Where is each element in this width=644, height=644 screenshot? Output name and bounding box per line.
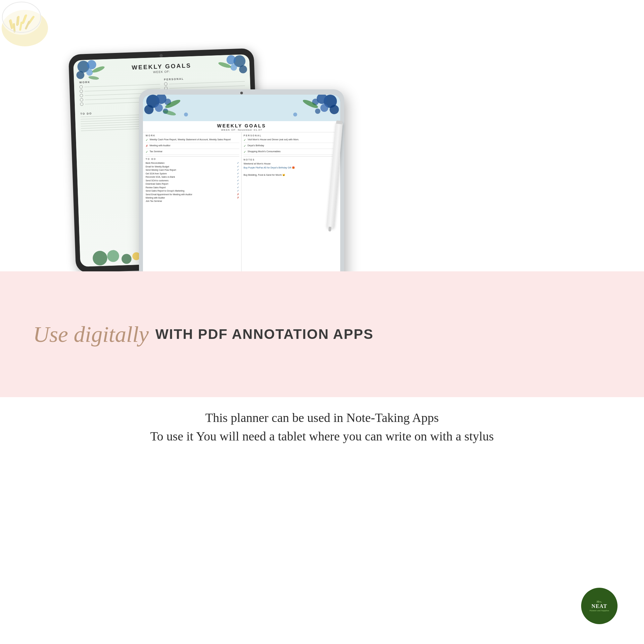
todo-3-text: Send Weekly Cash Flow Report bbox=[146, 169, 176, 171]
pencil-top bbox=[336, 120, 343, 124]
logo-neat-text: NEAT bbox=[591, 603, 607, 609]
x-mark-1: ✗ bbox=[146, 144, 148, 148]
todo-10: Send Email Appointment for Meeting with … bbox=[146, 193, 239, 196]
notes-section: NOTES Weekend at Mom's House Buy Purple … bbox=[244, 157, 338, 178]
front-tablet-camera bbox=[240, 92, 243, 94]
front-planner-week: WEEK OF: November 01-07 bbox=[143, 128, 340, 131]
script-text: Use digitally bbox=[33, 321, 149, 347]
planner-left-col: WORK ✓ Weekly Cash Flow Report, Weekly S… bbox=[143, 132, 242, 291]
front-planner-title: WEEKLY GOALS bbox=[143, 123, 340, 128]
personal-goal-1: ✓ Visit Mom's House and Dinner (eat out)… bbox=[244, 138, 338, 143]
personal-goal-2-text: Deysi's Birthday bbox=[248, 144, 264, 147]
mrs-neat-logo: Mrs. NEAT Planner and Supplies bbox=[581, 588, 618, 624]
check-1: ✓ bbox=[146, 138, 148, 142]
bottom-text-section: This planner can be used in Note-Taking … bbox=[0, 410, 644, 443]
notes-section-label: NOTES bbox=[244, 159, 338, 161]
planner-right-col: PERSONAL ✓ Visit Mom's House and Dinner … bbox=[242, 132, 340, 291]
circle-5 bbox=[80, 102, 83, 106]
p-check-2: ✓ bbox=[244, 144, 246, 148]
note-2: Buy Purple FiloFax A5 for Deysi's Birthd… bbox=[244, 166, 338, 169]
todo-11: Meeting with Auditor ✗ bbox=[146, 196, 239, 199]
todo-1-check: ✓ bbox=[237, 161, 239, 164]
p-circle-1 bbox=[164, 82, 167, 86]
svg-point-47 bbox=[320, 104, 328, 112]
todo-5: Reconcile SOA, Sales vs Bank ✓ bbox=[146, 175, 239, 178]
front-planner-title-section: WEEKLY GOALS WEEK OF: November 01-07 bbox=[143, 121, 340, 132]
todo-6: Send SOA to customers ✓ bbox=[146, 179, 239, 182]
planner-main-content: WORK ✓ Weekly Cash Flow Report, Weekly S… bbox=[143, 132, 340, 291]
floral-header bbox=[143, 95, 340, 121]
svg-point-38 bbox=[144, 105, 154, 114]
todo-7-text: Download Sales Report bbox=[146, 183, 168, 185]
todo-2: Email for Weekly Budget ✓ bbox=[146, 165, 239, 168]
todo-section-label: TO DO bbox=[146, 158, 239, 160]
todo-1: Bank Reconciliation ✓ bbox=[146, 161, 239, 164]
todo-8-check: ✓ bbox=[237, 186, 239, 189]
todo-6-check: ✓ bbox=[237, 179, 239, 182]
work-goal-2: ✗ Meeting with Auditor bbox=[146, 144, 239, 149]
circle-2 bbox=[79, 90, 83, 93]
personal-goal-3: ✓ Shopping Mochi's Consumables bbox=[244, 150, 338, 155]
todo-5-check: ✓ bbox=[237, 175, 239, 178]
circle-1 bbox=[79, 85, 83, 89]
svg-point-25 bbox=[92, 251, 108, 266]
work-goal-3-text: Tax Seminar bbox=[150, 150, 162, 153]
back-tablet-camera bbox=[160, 54, 163, 57]
todo-3-check: ✓ bbox=[237, 168, 239, 171]
todo-4-check: ✓ bbox=[237, 172, 239, 175]
note-1: Weekend at Mom's House bbox=[244, 162, 338, 165]
svg-point-26 bbox=[107, 250, 119, 262]
svg-point-52 bbox=[293, 113, 297, 116]
svg-point-46 bbox=[330, 105, 339, 114]
todo-10-check: ✗ bbox=[237, 193, 239, 196]
logo-mrs-text: Mrs. bbox=[597, 600, 602, 603]
todo-7: Download Sales Report ✓ bbox=[146, 182, 239, 185]
front-planner: WEEKLY GOALS WEEK OF: November 01-07 WOR… bbox=[143, 95, 340, 291]
todo-12: Join Tax Seminar bbox=[146, 200, 239, 202]
work-goal-1-text: Weekly Cash Flow Report, Weekly Statemen… bbox=[150, 138, 231, 141]
back-planner-header: WEEKLY GOALS WEEK OF: bbox=[79, 57, 245, 78]
note-3: Buy Bedding, Food & Sand for Mochi 🐱 bbox=[244, 173, 338, 177]
todo-11-text: Meeting with Auditor bbox=[146, 197, 165, 199]
svg-point-49 bbox=[315, 109, 320, 114]
todo-5-text: Reconcile SOA, Sales vs Bank bbox=[146, 176, 175, 178]
todo-8-text: Review Sales Report bbox=[146, 186, 166, 189]
todo-1-text: Bank Reconciliation bbox=[146, 162, 164, 164]
personal-goal-3-text: Shopping Mochi's Consumables bbox=[248, 150, 281, 153]
todo-section: TO DO Bank Reconciliation ✓ Email for We… bbox=[146, 158, 239, 202]
todo-2-text: Email for Weekly Budget bbox=[146, 165, 169, 168]
check-3: ✓ bbox=[146, 150, 148, 154]
work-goal-3: ✓ Tax Seminar bbox=[146, 150, 239, 155]
todo-3: Send Weekly Cash Flow Report ✓ bbox=[146, 168, 239, 171]
p-check-3: ✓ bbox=[244, 150, 246, 154]
front-tablet-screen: WEEKLY GOALS WEEK OF: November 01-07 WOR… bbox=[143, 95, 340, 291]
personal-goal-2: ✓ Deysi's Birthday bbox=[244, 144, 338, 149]
use-digitally-section: Use digitally WITH PDF ANNOTATION APPS bbox=[0, 271, 644, 397]
todo-11-check: ✗ bbox=[237, 196, 239, 199]
circle-3 bbox=[80, 94, 83, 97]
p-check-1: ✓ bbox=[244, 138, 246, 142]
bottom-line-1: This planner can be used in Note-Taking … bbox=[0, 410, 644, 425]
svg-point-27 bbox=[121, 254, 132, 264]
todo-9-check: ✓ bbox=[237, 189, 239, 192]
work-divider bbox=[146, 156, 239, 157]
gold-clips-decoration bbox=[0, 0, 53, 53]
work-goal-1: ✓ Weekly Cash Flow Report, Weekly Statem… bbox=[146, 138, 239, 143]
logo-tagline: Planner and Supplies bbox=[589, 609, 609, 612]
todo-2-check: ✓ bbox=[237, 165, 239, 168]
todo-12-text: Join Tax Seminar bbox=[146, 200, 162, 202]
personal-divider bbox=[244, 156, 338, 157]
todo-6-text: Send SOA to customers bbox=[146, 179, 168, 182]
todo-9: Send Gales Report to Group's Marketing ✓ bbox=[146, 189, 239, 192]
work-section-label: WORK bbox=[146, 134, 239, 137]
todo-7-check: ✓ bbox=[237, 182, 239, 185]
bottom-line-2: To use it You will need a tablet where y… bbox=[0, 429, 644, 443]
todo-9-text: Send Gales Report to Group's Marketing bbox=[146, 190, 184, 192]
work-goal-2-text: Meeting with Auditor bbox=[150, 144, 170, 147]
personal-goal-1-text: Visit Mom's House and Dinner (eat out) w… bbox=[248, 138, 299, 141]
todo-8: Review Sales Report ✓ bbox=[146, 186, 239, 189]
pdf-apps-text: WITH PDF ANNOTATION APPS bbox=[155, 326, 373, 342]
todo-4-text: Get SOA from System bbox=[146, 172, 167, 175]
svg-point-51 bbox=[184, 113, 188, 116]
personal-section-label: PERSONAL bbox=[244, 134, 338, 137]
